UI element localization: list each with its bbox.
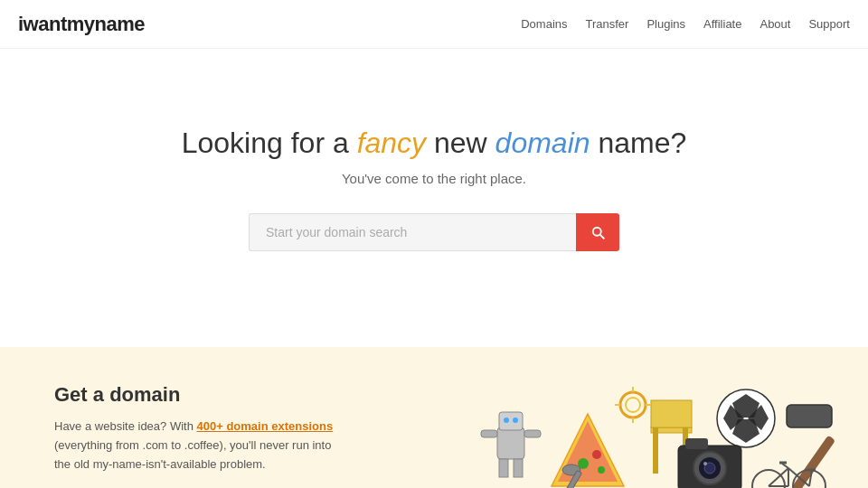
main-nav: Domains Transfer Plugins Affiliate About… <box>521 14 850 34</box>
bottom-heading: Get a domain <box>54 383 344 407</box>
svg-point-11 <box>592 450 601 459</box>
search-button[interactable] <box>576 213 619 251</box>
svg-rect-4 <box>499 459 508 477</box>
svg-rect-16 <box>653 433 658 474</box>
svg-rect-18 <box>653 427 658 433</box>
hero-section: Looking for a fancy new domain name? You… <box>0 49 868 347</box>
nav-plugins[interactable]: Plugins <box>646 14 685 34</box>
svg-rect-41 <box>685 438 708 449</box>
svg-rect-0 <box>497 427 524 459</box>
svg-point-45 <box>703 462 707 465</box>
nav-transfer[interactable]: Transfer <box>586 14 629 34</box>
nav-affiliate[interactable]: Affiliate <box>703 14 741 34</box>
hero-illustration <box>434 369 868 488</box>
nav-support[interactable]: Support <box>808 14 850 34</box>
extensions-link[interactable]: 400+ domain extensions <box>197 419 334 433</box>
svg-rect-15 <box>651 400 692 427</box>
bottom-section: Get a domain Have a website idea? With 4… <box>0 347 868 488</box>
svg-rect-6 <box>481 430 497 437</box>
nav-domains[interactable]: Domains <box>521 14 567 34</box>
svg-rect-7 <box>524 430 541 437</box>
illustration-area <box>434 369 868 488</box>
domain-text: domain <box>495 127 590 159</box>
site-header: iwantmyname Domains Transfer Plugins Aff… <box>0 0 868 49</box>
svg-point-46 <box>620 392 646 418</box>
search-icon <box>590 224 606 240</box>
hero-heading: Looking for a fancy new domain name? <box>182 127 687 160</box>
bottom-text-block: Get a domain Have a website idea? With 4… <box>0 347 380 488</box>
svg-point-3 <box>513 418 518 423</box>
svg-point-47 <box>626 398 640 412</box>
fancy-text: fancy <box>357 127 426 159</box>
svg-rect-25 <box>792 436 835 488</box>
domain-search-bar <box>249 213 619 251</box>
hero-subheading: You've come to the right place. <box>342 171 526 186</box>
svg-rect-1 <box>499 412 523 430</box>
bottom-text-part2: (everything from .com to .coffee), you'l… <box>54 438 331 471</box>
site-logo[interactable]: iwantmyname <box>18 13 145 36</box>
svg-line-36 <box>782 464 788 468</box>
search-input[interactable] <box>249 213 576 251</box>
bottom-description: Have a website idea? With 400+ domain ex… <box>54 418 344 474</box>
nav-about[interactable]: About <box>760 14 790 34</box>
svg-rect-5 <box>514 459 523 477</box>
svg-rect-19 <box>683 427 688 433</box>
bottom-text-part1: Have a website idea? With <box>54 419 197 433</box>
svg-point-13 <box>598 466 605 474</box>
svg-rect-26 <box>787 405 832 427</box>
svg-point-2 <box>504 418 509 423</box>
